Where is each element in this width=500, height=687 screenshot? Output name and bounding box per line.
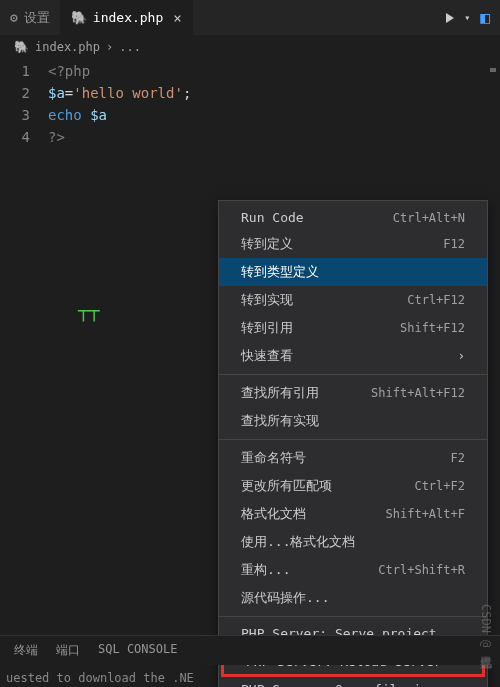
- sql-console-tab[interactable]: SQL CONSOLE: [98, 642, 177, 659]
- menu-run-code[interactable]: Run CodeCtrl+Alt+N: [219, 205, 487, 230]
- chevron-icon: ›: [106, 40, 113, 54]
- menu-goto-implementation[interactable]: 转到实现Ctrl+F12: [219, 286, 487, 314]
- menu-find-all-implementations[interactable]: 查找所有实现: [219, 407, 487, 435]
- menu-separator: [219, 374, 487, 375]
- breadcrumb[interactable]: 🐘 index.php › ...: [0, 36, 500, 58]
- menu-format-with[interactable]: 使用...格式化文档: [219, 528, 487, 556]
- menu-separator: [219, 439, 487, 440]
- line-number: 1: [0, 60, 30, 82]
- menu-peek[interactable]: 快速查看›: [219, 342, 487, 370]
- menu-find-all-references[interactable]: 查找所有引用Shift+Alt+F12: [219, 379, 487, 407]
- code-token: $a: [48, 85, 65, 101]
- watermark: CSDN @尤喜已也: [477, 604, 494, 647]
- editor-actions: ▾ ◧: [436, 8, 500, 27]
- line-number: 4: [0, 126, 30, 148]
- close-icon[interactable]: ×: [173, 10, 181, 26]
- code-token: <?php: [48, 63, 90, 79]
- menu-goto-definition[interactable]: 转到定义F12: [219, 230, 487, 258]
- breadcrumb-more: ...: [119, 40, 141, 54]
- line-gutter: 1 2 3 4: [0, 60, 48, 148]
- code-token: $a: [90, 107, 107, 123]
- code-token: echo: [48, 107, 82, 123]
- line-number: 3: [0, 104, 30, 126]
- php-icon: 🐘: [14, 40, 29, 54]
- code-token: ?>: [48, 129, 65, 145]
- panel-tabs: 终端 端口 SQL CONSOLE: [0, 635, 500, 665]
- menu-source-action[interactable]: 源代码操作...: [219, 584, 487, 612]
- terminal-tab[interactable]: 终端: [14, 642, 38, 659]
- cursor-indicator: ┬┬: [78, 300, 100, 321]
- split-editor-icon[interactable]: ◧: [480, 8, 490, 27]
- code-editor[interactable]: 1 2 3 4 <?php $a='hello world'; echo $a …: [0, 58, 500, 148]
- menu-change-occurrences[interactable]: 更改所有匹配项Ctrl+F2: [219, 472, 487, 500]
- minimap-indicator: [490, 68, 496, 72]
- code-token: ;: [183, 85, 191, 101]
- gear-icon: ⚙: [10, 10, 18, 25]
- tab-label: 设置: [24, 9, 50, 27]
- chevron-right-icon: ›: [458, 349, 465, 363]
- php-icon: 🐘: [71, 10, 87, 25]
- menu-refactor[interactable]: 重构...Ctrl+Shift+R: [219, 556, 487, 584]
- active-tab[interactable]: 🐘 index.php ×: [61, 0, 193, 35]
- code-content[interactable]: <?php $a='hello world'; echo $a ?>: [48, 60, 500, 148]
- menu-separator: [219, 616, 487, 617]
- settings-tab[interactable]: ⚙ 设置: [0, 0, 61, 35]
- dropdown-icon[interactable]: ▾: [464, 12, 470, 23]
- menu-php-open-browser[interactable]: PHP Server: Open file in browser: [219, 677, 487, 687]
- menu-format-document[interactable]: 格式化文档Shift+Alt+F: [219, 500, 487, 528]
- tab-bar: ⚙ 设置 🐘 index.php × ▾ ◧: [0, 0, 500, 36]
- menu-goto-type-definition[interactable]: 转到类型定义: [219, 258, 487, 286]
- menu-goto-references[interactable]: 转到引用Shift+F12: [219, 314, 487, 342]
- context-menu: Run CodeCtrl+Alt+N 转到定义F12 转到类型定义 转到实现Ct…: [218, 200, 488, 687]
- breadcrumb-file: index.php: [35, 40, 100, 54]
- tab-label: index.php: [93, 10, 163, 25]
- ports-tab[interactable]: 端口: [56, 642, 80, 659]
- terminal-output: uested to download the .NE: [0, 671, 200, 685]
- code-token: 'hello world': [73, 85, 183, 101]
- line-number: 2: [0, 82, 30, 104]
- run-icon[interactable]: [446, 13, 454, 23]
- menu-rename-symbol[interactable]: 重命名符号F2: [219, 444, 487, 472]
